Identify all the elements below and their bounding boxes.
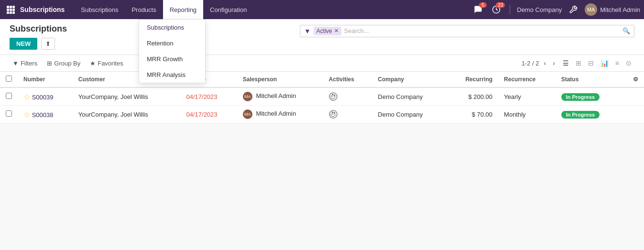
- row2-customer: YourCompany, Joel Willis: [73, 106, 181, 123]
- row2-number: ☆ S00038: [18, 106, 73, 123]
- grid-view-btn[interactable]: ⊟: [585, 58, 597, 68]
- svg-rect-2: [12, 6, 15, 8]
- chat-badge: 5: [479, 2, 487, 8]
- group-by-button[interactable]: ⊞ Group By: [44, 58, 83, 68]
- row2-recurring: $ 70.00: [447, 106, 498, 123]
- row1-company: Demo Company: [372, 87, 447, 106]
- topbar-nav: Subscriptions Products Reporting Configu…: [74, 0, 471, 19]
- activity-icon-btn[interactable]: 23: [490, 4, 503, 15]
- row2-star-icon[interactable]: ☆: [23, 110, 30, 119]
- row1-activity-icon[interactable]: ⏱: [329, 92, 338, 101]
- group-by-icon: ⊞: [47, 60, 52, 67]
- th-recurring[interactable]: Recurring: [447, 72, 498, 87]
- row1-salesperson-avatar: MA: [243, 92, 252, 101]
- upload-button[interactable]: ⬆: [41, 38, 55, 50]
- row2-number-value[interactable]: S00038: [32, 111, 54, 119]
- search-icon[interactable]: 🔍: [622, 27, 630, 34]
- page-title: Subscriptions: [10, 24, 67, 34]
- pager-info: 1-2 / 2: [522, 60, 539, 67]
- svg-rect-5: [12, 9, 15, 11]
- chat-icon-btn[interactable]: 5: [471, 4, 485, 15]
- favorites-button[interactable]: ★ Favorites: [87, 58, 126, 68]
- reporting-dropdown: Subscriptions Retention MRR Growth MRR A…: [139, 19, 206, 83]
- row2-status: In Progress: [556, 106, 622, 123]
- row2-activities[interactable]: ⏱: [323, 106, 372, 123]
- svg-rect-6: [7, 11, 9, 14]
- svg-rect-8: [12, 11, 15, 14]
- row1-checkbox[interactable]: [6, 93, 12, 99]
- svg-rect-3: [7, 9, 9, 11]
- search-input[interactable]: Search...: [344, 27, 620, 34]
- th-number[interactable]: Number: [18, 72, 73, 87]
- row2-recurrence: Monthly: [498, 106, 556, 123]
- svg-rect-0: [7, 6, 9, 8]
- divider: [510, 5, 510, 14]
- row1-number-value[interactable]: S00039: [32, 94, 54, 101]
- group-by-label: Group By: [54, 60, 80, 67]
- pager-next[interactable]: ›: [551, 58, 557, 68]
- row1-star-icon[interactable]: ☆: [23, 93, 30, 101]
- row2-invoice[interactable]: 04/17/2023: [180, 106, 237, 123]
- gantt-view-btn[interactable]: ≡: [612, 58, 622, 68]
- page-header: Subscriptions ▼ Active ✕ Search... 🔍 NEW…: [0, 19, 644, 55]
- user-name: Mitchell Admin: [600, 6, 640, 13]
- nav-reporting[interactable]: Reporting: [163, 0, 203, 19]
- row2-salesperson: MA Mitchell Admin: [237, 106, 323, 123]
- list-view-btn[interactable]: ☰: [560, 58, 572, 68]
- row1-activities[interactable]: ⏱: [323, 87, 372, 106]
- select-all-checkbox[interactable]: [6, 76, 12, 82]
- filters-button[interactable]: ▼ Filters: [10, 58, 40, 68]
- dropdown-item-retention[interactable]: Retention: [139, 35, 205, 51]
- row1-recurring: $ 200.00: [447, 87, 498, 106]
- activity-badge: 23: [496, 2, 505, 8]
- topbar: Subscriptions Subscriptions Products Rep…: [0, 0, 644, 19]
- th-status[interactable]: Status: [556, 72, 622, 87]
- dropdown-item-mrr-growth[interactable]: MRR Growth: [139, 51, 205, 67]
- pager-prev[interactable]: ‹: [542, 58, 548, 68]
- row2-settings: [622, 106, 644, 123]
- row2-activity-icon[interactable]: ⏱: [329, 110, 338, 119]
- svg-rect-4: [10, 9, 12, 11]
- th-activities[interactable]: Activities: [323, 72, 372, 87]
- filter-tag-label: Active: [317, 28, 332, 34]
- user-menu[interactable]: MA Mitchell Admin: [585, 3, 640, 16]
- topbar-right: 5 23 Demo Company MA Mitchell Admin: [471, 3, 640, 16]
- svg-rect-1: [10, 6, 12, 8]
- th-recurrence[interactable]: Recurrence: [498, 72, 556, 87]
- calendar-view-btn[interactable]: ⊙: [623, 58, 634, 68]
- row1-checkbox-cell[interactable]: [0, 87, 18, 106]
- nav-subscriptions[interactable]: Subscriptions: [74, 0, 125, 19]
- table-row: ☆ S00038 YourCompany, Joel Willis 04/17/…: [0, 106, 644, 123]
- brand-label: Subscriptions: [20, 6, 65, 13]
- row1-status: In Progress: [556, 87, 622, 106]
- row1-customer: YourCompany, Joel Willis: [73, 87, 181, 106]
- active-filter-tag: Active ✕: [314, 27, 341, 35]
- toolbar-right: 1-2 / 2 ‹ › ☰ ⊞ ⊟ 📊 ≡ ⊙: [522, 58, 634, 68]
- kanban-view-btn[interactable]: ⊞: [573, 58, 584, 68]
- dropdown-item-subscriptions[interactable]: Subscriptions: [139, 20, 205, 35]
- star-icon: ★: [90, 60, 96, 67]
- row1-settings: [622, 87, 644, 106]
- apps-grid-icon[interactable]: [4, 3, 17, 16]
- row1-recurrence: Yearly: [498, 87, 556, 106]
- row1-invoice[interactable]: 04/17/2023: [180, 87, 237, 106]
- nav-configuration[interactable]: Configuration: [203, 0, 253, 19]
- row2-status-badge: In Progress: [561, 111, 600, 119]
- row1-salesperson: MA Mitchell Admin: [237, 87, 323, 106]
- chart-view-btn[interactable]: 📊: [598, 58, 611, 68]
- row2-checkbox[interactable]: [6, 110, 12, 117]
- dropdown-item-mrr-analysis[interactable]: MRR Analysis: [139, 67, 205, 83]
- row2-checkbox-cell[interactable]: [0, 106, 18, 123]
- th-salesperson[interactable]: Salesperson: [237, 72, 323, 87]
- upload-icon: ⬆: [45, 40, 51, 47]
- search-bar: ▼ Active ✕ Search... 🔍: [300, 25, 634, 37]
- new-button[interactable]: NEW: [10, 38, 37, 50]
- th-company[interactable]: Company: [372, 72, 447, 87]
- row2-salesperson-avatar: MA: [243, 109, 252, 119]
- nav-products[interactable]: Products: [125, 0, 163, 19]
- toolbar-row: ▼ Filters ⊞ Group By ★ Favorites 1-2 / 2…: [0, 55, 644, 72]
- th-settings[interactable]: ⚙: [622, 72, 644, 87]
- wrench-icon[interactable]: [567, 4, 580, 15]
- th-select-all[interactable]: [0, 72, 18, 87]
- filter-tag-close[interactable]: ✕: [334, 28, 338, 34]
